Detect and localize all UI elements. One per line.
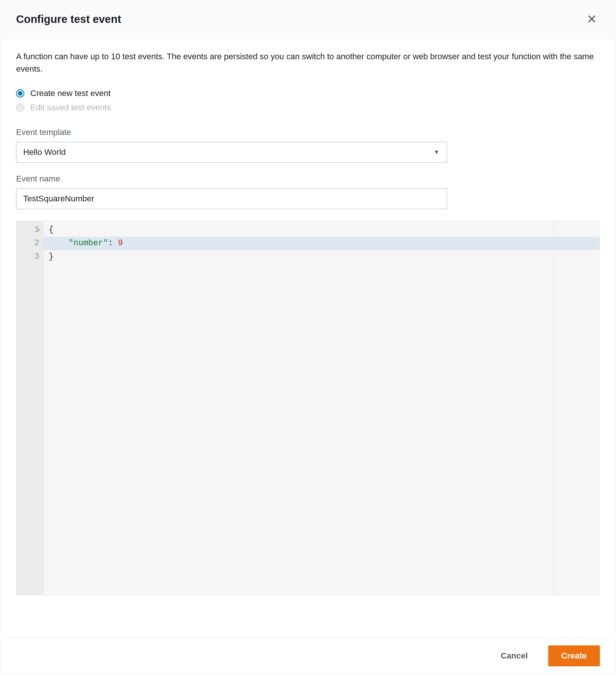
radio-edit-saved: Edit saved test events	[16, 103, 600, 112]
close-button[interactable]: ✕	[584, 12, 600, 27]
modal-header: Configure test event ✕	[1, 1, 615, 39]
gutter-line: 2	[16, 237, 39, 250]
code-line: {	[49, 223, 600, 237]
event-template-select[interactable]: Hello World ▼	[16, 142, 447, 163]
gutter-line: 3	[16, 250, 39, 264]
modal-title: Configure test event	[16, 13, 121, 26]
code-line: }	[49, 250, 600, 264]
cancel-button[interactable]: Cancel	[488, 646, 540, 666]
field-label: Event template	[16, 128, 600, 137]
gutter-line: 1 ▼	[16, 223, 39, 237]
event-name-field: Event name	[16, 174, 600, 209]
code-content[interactable]: { "number": 9 }	[43, 221, 600, 595]
radio-create-new[interactable]: Create new test event	[16, 88, 600, 98]
configure-test-event-modal: Configure test event ✕ A function can ha…	[1, 1, 615, 674]
radio-label: Create new test event	[30, 88, 111, 98]
close-icon: ✕	[587, 12, 597, 26]
event-name-input[interactable]	[16, 188, 447, 209]
fold-icon[interactable]: ▼	[37, 223, 40, 237]
field-label: Event name	[16, 174, 600, 184]
radio-label: Edit saved test events	[30, 103, 111, 112]
json-code-editor[interactable]: 1 ▼ 2 3 { "number": 9 }	[16, 220, 600, 596]
radio-icon	[16, 104, 24, 112]
editor-margin-line	[554, 221, 555, 595]
code-line: "number": 9	[43, 237, 600, 250]
modal-description: A function can have up to 10 test events…	[16, 50, 600, 75]
select-value[interactable]: Hello World	[16, 142, 447, 163]
modal-body: A function can have up to 10 test events…	[1, 39, 615, 638]
code-gutter: 1 ▼ 2 3	[16, 221, 43, 595]
event-mode-radio-group: Create new test event Edit saved test ev…	[16, 88, 600, 112]
radio-icon	[16, 89, 24, 98]
modal-footer: Cancel Create	[1, 638, 615, 674]
event-template-field: Event template Hello World ▼	[16, 128, 600, 163]
create-button[interactable]: Create	[548, 645, 600, 666]
